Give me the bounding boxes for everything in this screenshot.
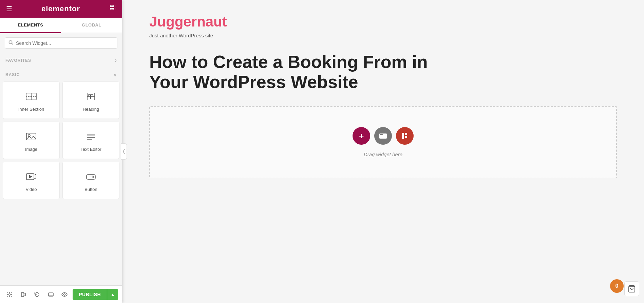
- inner-section-icon: [25, 90, 37, 104]
- site-title: Juggernaut: [149, 14, 617, 30]
- widgets-grid: Inner Section T Heading: [0, 82, 122, 202]
- main-canvas: Juggernaut Just another WordPress site H…: [122, 0, 644, 303]
- grid-icon[interactable]: [109, 5, 116, 13]
- svg-line-7: [12, 43, 13, 45]
- drop-elementor-button[interactable]: [396, 127, 414, 145]
- search-icon: [8, 40, 13, 46]
- basic-chevron-icon: ∨: [113, 72, 117, 77]
- notification-badge[interactable]: 0: [610, 279, 624, 293]
- history-icon-btn[interactable]: [32, 289, 42, 300]
- button-icon: [85, 171, 97, 184]
- heading-label: Heading: [83, 107, 99, 112]
- hamburger-icon[interactable]: ☰: [6, 5, 12, 13]
- tab-elements[interactable]: ELEMENTS: [0, 18, 61, 33]
- svg-rect-5: [115, 8, 115, 10]
- search-box: [5, 37, 117, 49]
- text-editor-icon: [85, 130, 97, 144]
- sidebar-toolbar: PUBLISH ▲: [0, 285, 122, 303]
- drag-widget-text: Drag widget here: [364, 152, 402, 157]
- video-label: Video: [25, 187, 37, 192]
- cart-icon[interactable]: [624, 281, 639, 296]
- responsive-icon-btn[interactable]: [45, 289, 56, 300]
- video-icon: [25, 171, 37, 184]
- svg-rect-2: [115, 5, 115, 7]
- image-label: Image: [25, 147, 37, 152]
- svg-text:T: T: [88, 92, 93, 101]
- sidebar: ☰ elementor ELEMENTS GLOBAL: [0, 0, 122, 303]
- svg-rect-1: [112, 5, 114, 7]
- preview-icon-btn[interactable]: [59, 289, 70, 300]
- svg-rect-28: [49, 293, 53, 296]
- inner-section-label: Inner Section: [18, 107, 44, 112]
- widget-image[interactable]: Image: [3, 122, 60, 159]
- publish-group: PUBLISH ▲: [73, 289, 118, 300]
- elementor-logo: elementor: [41, 4, 80, 13]
- svg-rect-3: [110, 8, 112, 10]
- post-title: How to Create a Booking From in Your Wor…: [149, 52, 441, 93]
- site-tagline: Just another WordPress site: [149, 32, 617, 40]
- basic-label: BASIC: [5, 72, 20, 77]
- svg-point-6: [9, 41, 12, 44]
- tab-global[interactable]: GLOBAL: [61, 18, 122, 33]
- layers-icon-btn[interactable]: [18, 289, 29, 300]
- publish-arrow-button[interactable]: ▲: [107, 289, 118, 300]
- svg-rect-27: [23, 293, 25, 296]
- drop-zone[interactable]: + Drag widget here: [149, 106, 617, 178]
- svg-point-25: [9, 293, 11, 295]
- image-icon: [25, 130, 37, 144]
- svg-rect-15: [26, 133, 36, 140]
- svg-rect-0: [110, 5, 112, 7]
- favorites-label: FAVORITES: [5, 58, 31, 63]
- sidebar-header: ☰ elementor: [0, 0, 122, 18]
- settings-icon-btn[interactable]: [4, 289, 15, 300]
- favorites-section[interactable]: FAVORITES ›: [0, 53, 122, 68]
- sidebar-tabs: ELEMENTS GLOBAL: [0, 18, 122, 33]
- search-wrapper: [0, 33, 122, 53]
- widget-button[interactable]: Button: [62, 162, 119, 199]
- svg-marker-22: [29, 175, 32, 178]
- widget-inner-section[interactable]: Inner Section: [3, 82, 60, 119]
- collapse-handle[interactable]: [121, 143, 127, 160]
- svg-point-30: [63, 293, 65, 295]
- widget-heading[interactable]: T Heading: [62, 82, 119, 119]
- svg-rect-33: [402, 133, 404, 139]
- svg-rect-35: [405, 136, 407, 138]
- basic-section-header[interactable]: BASIC ∨: [0, 68, 122, 82]
- sidebar-content: FAVORITES › BASIC ∨ Inner Section: [0, 53, 122, 303]
- text-editor-label: Text Editor: [80, 147, 101, 152]
- favorites-chevron-icon: ›: [115, 57, 117, 64]
- drop-buttons: +: [353, 127, 414, 145]
- svg-rect-34: [405, 133, 407, 135]
- svg-rect-4: [112, 8, 114, 10]
- widget-video[interactable]: Video: [3, 162, 60, 199]
- widget-text-editor[interactable]: Text Editor: [62, 122, 119, 159]
- search-input[interactable]: [16, 40, 114, 46]
- publish-button[interactable]: PUBLISH: [73, 289, 107, 300]
- heading-icon: T: [85, 90, 97, 104]
- svg-rect-32: [380, 134, 383, 135]
- drop-folder-button[interactable]: [374, 127, 392, 145]
- button-label: Button: [84, 187, 97, 192]
- drop-add-button[interactable]: +: [353, 127, 370, 145]
